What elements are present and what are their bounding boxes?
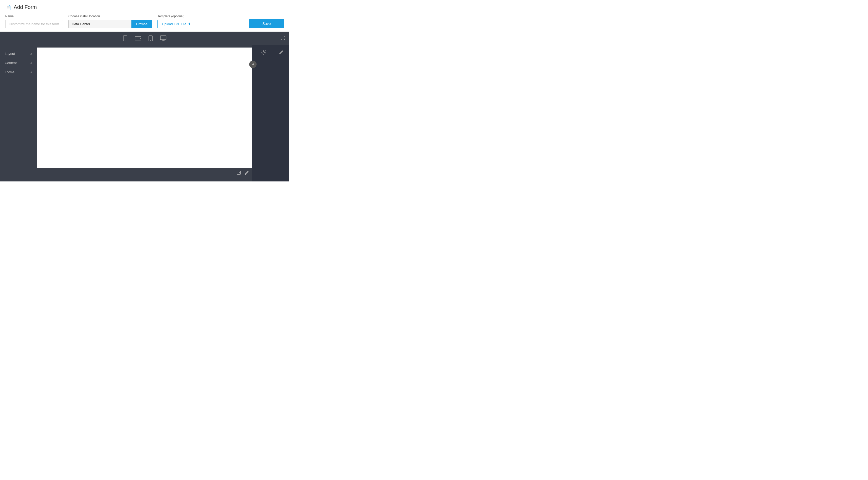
forms-chevron-icon: ∧	[30, 71, 32, 73]
sidebar-item-layout-label: Layout	[5, 52, 15, 56]
save-btn-spacer: Save	[249, 19, 284, 28]
page-icon: 📄	[5, 4, 11, 10]
svg-point-12	[263, 52, 265, 53]
sidebar-item-forms[interactable]: Forms ∧	[0, 67, 37, 77]
svg-point-1	[125, 40, 125, 41]
location-input-row: Browse	[68, 20, 152, 28]
layout-chevron-icon: ∧	[30, 52, 32, 55]
upload-tpl-button[interactable]: Upload TPL File ⬆	[157, 20, 195, 28]
pencil-button[interactable]	[245, 170, 249, 176]
header: 📄 Add Form Name Choose install location …	[0, 0, 289, 32]
page-title-row: 📄 Add Form	[5, 4, 284, 10]
right-sidebar	[252, 45, 289, 181]
canvas-bottom-toolbar	[37, 168, 252, 178]
tablet-landscape-icon[interactable]	[135, 36, 141, 41]
name-field-group: Name	[5, 14, 63, 28]
page-title: Add Form	[14, 4, 37, 10]
svg-rect-6	[160, 36, 166, 40]
tablet-portrait-icon[interactable]	[149, 35, 153, 41]
device-icons-group	[123, 35, 166, 41]
form-fields-row: Name Choose install location Browse Temp…	[5, 14, 284, 28]
left-sidebar: Layout ∧ Content ∧ Forms ∧	[0, 45, 37, 181]
toolbar	[0, 32, 289, 45]
save-button[interactable]: Save	[249, 19, 284, 28]
name-input[interactable]	[5, 20, 63, 28]
upload-tpl-label: Upload TPL File	[162, 22, 186, 26]
svg-point-3	[141, 38, 141, 39]
main-area: Layout ∧ Content ∧ Forms ∧	[0, 45, 289, 181]
location-input[interactable]	[68, 20, 131, 28]
sidebar-item-forms-label: Forms	[5, 70, 14, 74]
fullscreen-button[interactable]	[281, 36, 285, 41]
location-label: Choose install location	[68, 14, 152, 18]
name-label: Name	[5, 14, 63, 18]
edit-square-button[interactable]	[237, 170, 241, 176]
content-chevron-icon: ∧	[30, 62, 32, 64]
sidebar-item-content[interactable]: Content ∧	[0, 58, 37, 67]
settings-icon-button[interactable]	[259, 48, 269, 57]
right-sidebar-icons	[252, 45, 289, 61]
svg-line-13	[282, 51, 282, 52]
canvas-expand-button[interactable]	[249, 61, 256, 68]
svg-line-11	[247, 172, 248, 172]
location-field-group: Choose install location Browse	[68, 14, 152, 28]
canvas-area	[37, 45, 252, 181]
template-label: Template (optional)	[157, 14, 195, 18]
browse-button[interactable]: Browse	[131, 20, 152, 28]
svg-rect-2	[135, 36, 141, 40]
canvas-wrapper	[37, 47, 252, 168]
sidebar-item-layout[interactable]: Layout ∧	[0, 49, 37, 58]
desktop-icon[interactable]	[160, 35, 166, 41]
sidebar-item-content-label: Content	[5, 61, 17, 65]
template-field-group: Template (optional) Upload TPL File ⬆	[157, 14, 195, 28]
upload-icon: ⬆	[188, 22, 191, 26]
svg-point-5	[150, 40, 151, 41]
canvas-wrapper-container	[37, 47, 252, 168]
edit-icon-button[interactable]	[277, 48, 286, 57]
mobile-icon[interactable]	[123, 35, 127, 41]
